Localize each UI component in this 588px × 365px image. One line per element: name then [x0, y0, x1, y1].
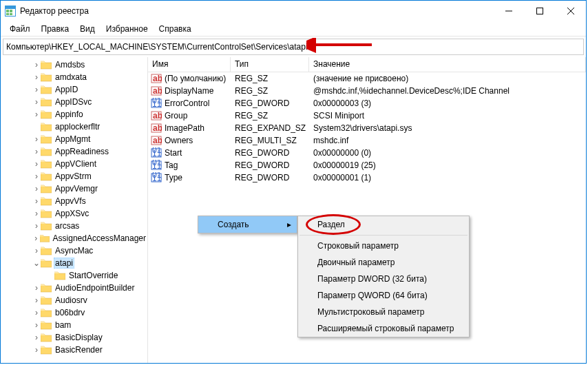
tree-item[interactable]: ›arcsas [1, 220, 147, 232]
expand-icon[interactable]: › [32, 345, 41, 355]
folder-icon [41, 308, 52, 317]
tree-item[interactable]: ›AppReadiness [1, 145, 147, 158]
values-header: Имя Тип Значение [148, 57, 586, 72]
tree-item[interactable]: ›AppXSvc [1, 207, 147, 220]
tree-item[interactable]: ›AppID [1, 83, 147, 96]
ctx-new-qword[interactable]: Параметр QWORD (64 бита) [298, 287, 469, 304]
ctx-new-string[interactable]: Строковый параметр [298, 238, 469, 254]
tree-item[interactable]: ›Appinfo [1, 108, 147, 121]
expand-icon[interactable]: › [32, 60, 41, 70]
folder-icon [41, 320, 52, 330]
ctx-new-expand[interactable]: Расширяемый строковый параметр [298, 320, 469, 337]
value-data: @mshdc.inf,%idechannel.DeviceDesc%;IDE C… [309, 86, 586, 96]
ctx-new-dword[interactable]: Параметр DWORD (32 бита) [298, 271, 469, 287]
tree-item[interactable]: ›AppIDSvc [1, 96, 147, 108]
value-data: mshdc.inf [309, 136, 586, 145]
tree-item[interactable]: ›AppvVemgr [1, 182, 147, 195]
value-type: REG_EXPAND_SZ [231, 123, 309, 133]
ctx-new-multi[interactable]: Мультистроковый параметр [298, 304, 469, 320]
expand-icon[interactable]: › [32, 110, 41, 119]
tree-item[interactable]: ›BasicDisplay [1, 331, 147, 344]
tree-item[interactable]: ›Audiosrv [1, 294, 147, 306]
tree-item[interactable]: ›bam [1, 319, 147, 331]
ctx-create[interactable]: Создать ▸ [198, 216, 297, 233]
tree-panel[interactable]: ›Amdsbs›amdxata›AppID›AppIDSvc›Appinfo›a… [1, 57, 148, 363]
expand-icon[interactable]: › [32, 320, 41, 330]
folder-icon [54, 271, 65, 280]
expand-icon[interactable]: › [32, 97, 41, 107]
folder-icon [41, 171, 52, 181]
menu-view[interactable]: Вид [75, 23, 100, 35]
expand-icon[interactable]: › [32, 134, 41, 144]
menu-help[interactable]: Справка [154, 23, 196, 35]
tree-item[interactable]: ›amdxata [1, 71, 147, 83]
tree-item[interactable]: ›AppVClient [1, 158, 147, 170]
expand-icon[interactable]: › [32, 221, 41, 231]
value-row[interactable]: ErrorControlREG_DWORD0x00000003 (3) [148, 97, 586, 110]
value-data: 0x00000003 (3) [309, 98, 586, 108]
expand-icon[interactable]: › [32, 209, 41, 218]
tree-item[interactable]: ›AppvVfs [1, 195, 147, 207]
expand-icon[interactable]: › [32, 246, 41, 255]
tree-item-label: AppIDSvc [54, 97, 93, 107]
menu-favorites[interactable]: Избранное [101, 23, 153, 35]
expand-icon[interactable]: › [32, 184, 41, 194]
tree-item[interactable]: ›AssignedAccessManager [1, 232, 147, 244]
value-row[interactable]: GroupREG_SZSCSI Miniport [148, 110, 586, 122]
value-type: REG_DWORD [231, 160, 309, 170]
ctx-new-binary[interactable]: Двоичный параметр [298, 254, 469, 271]
value-row[interactable]: ImagePathREG_EXPAND_SZSystem32\drivers\a… [148, 122, 586, 134]
col-name[interactable]: Имя [148, 57, 231, 72]
expand-icon[interactable]: › [32, 308, 41, 317]
col-value[interactable]: Значение [309, 57, 586, 72]
titlebar[interactable]: Редактор реестра [1, 1, 586, 21]
expand-icon[interactable]: › [32, 147, 41, 156]
ctx-new-key-label: Раздел [317, 220, 345, 229]
expand-icon[interactable]: › [32, 171, 41, 181]
tree-item[interactable]: ⌄atapi [1, 257, 147, 269]
address-bar[interactable]: Компьютер\HKEY_LOCAL_MACHINE\SYSTEM\Curr… [3, 39, 584, 55]
tree-item-label: Appinfo [54, 110, 85, 119]
tree-item[interactable]: ›BasicRender [1, 344, 147, 356]
expand-icon[interactable]: › [32, 159, 41, 169]
folder-icon [41, 246, 52, 255]
collapse-icon[interactable]: ⌄ [32, 258, 41, 268]
expand-icon[interactable]: › [32, 196, 41, 206]
expand-icon[interactable]: › [32, 233, 40, 243]
maximize-button[interactable] [524, 1, 555, 21]
minimize-button[interactable] [493, 1, 524, 21]
value-type: REG_DWORD [231, 98, 309, 108]
col-type[interactable]: Тип [231, 57, 309, 72]
tree-item[interactable]: ›AsyncMac [1, 244, 147, 257]
expand-icon[interactable]: › [32, 295, 41, 305]
menu-file[interactable]: Файл [5, 23, 35, 35]
expand-icon[interactable]: › [32, 72, 41, 82]
close-button[interactable] [555, 1, 586, 21]
folder-icon [41, 159, 52, 169]
tree-item[interactable]: ›AppMgmt [1, 133, 147, 145]
tree-item[interactable]: ›Amdsbs [1, 59, 147, 71]
window: Редактор реестра Файл Правка Вид Избранн… [0, 0, 587, 364]
tree-item-label: Audiosrv [54, 295, 89, 305]
expand-icon[interactable]: › [32, 283, 41, 293]
value-row[interactable]: OwnersREG_MULTI_SZmshdc.inf [148, 134, 586, 147]
menu-edit[interactable]: Правка [36, 23, 74, 35]
ctx-new-key[interactable]: Раздел [298, 216, 469, 233]
tree-item[interactable]: ›b06bdrv [1, 306, 147, 319]
value-row[interactable]: StartREG_DWORD0x00000000 (0) [148, 147, 586, 159]
value-row[interactable]: DisplayNameREG_SZ@mshdc.inf,%idechannel.… [148, 85, 586, 97]
value-row[interactable]: TagREG_DWORD0x00000019 (25) [148, 159, 586, 171]
tree-item[interactable]: ›StartOverride [1, 269, 147, 282]
tree-item[interactable]: ›applockerfltr [1, 121, 147, 133]
expand-icon[interactable]: › [32, 333, 41, 342]
value-row[interactable]: (По умолчанию)REG_SZ(значение не присвое… [148, 72, 586, 85]
value-row[interactable]: TypeREG_DWORD0x00000001 (1) [148, 171, 586, 184]
window-controls [493, 1, 586, 21]
value-type: REG_MULTI_SZ [231, 136, 309, 145]
tree-item[interactable]: ›AppvStrm [1, 170, 147, 182]
expand-icon[interactable]: › [32, 85, 41, 94]
tree-item-label: AppvStrm [54, 171, 93, 181]
folder-icon [41, 72, 52, 82]
folder-icon [41, 60, 52, 70]
tree-item[interactable]: ›AudioEndpointBuilder [1, 282, 147, 294]
